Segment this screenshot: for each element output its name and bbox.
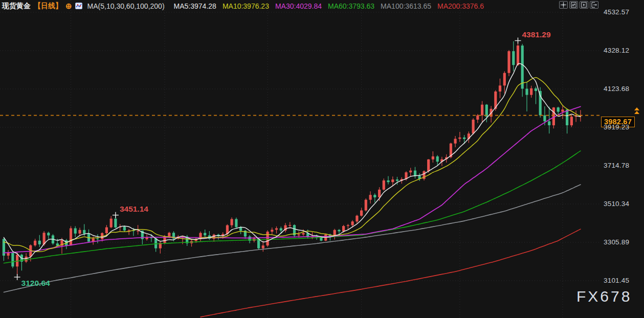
candle <box>396 179 398 181</box>
candle <box>96 239 99 239</box>
circle-plus-icon[interactable]: ⊕ <box>65 3 72 10</box>
candle <box>338 230 340 232</box>
candle <box>34 241 36 245</box>
axis-tick-label: 4532.57 <box>604 8 629 16</box>
exit-chart-icon[interactable] <box>590 1 598 9</box>
candle <box>427 160 430 171</box>
candle <box>530 88 532 95</box>
candle <box>566 109 568 125</box>
candle <box>351 221 354 225</box>
extreme-marker: 3120.64 <box>14 274 50 287</box>
candle <box>409 171 412 173</box>
symbol-title: 现货黄金 <box>2 2 31 11</box>
axis-tick-label: 3305.89 <box>604 238 629 246</box>
ma-value-label: MA200:3376.6 <box>437 2 484 10</box>
candle <box>78 230 81 234</box>
extreme-price-label: 3120.64 <box>21 279 50 287</box>
candle <box>463 138 465 139</box>
ma-settings-label[interactable]: MA(5,10,30,60,100,200) <box>87 2 165 10</box>
candle <box>517 46 519 65</box>
chart-toolbar <box>559 1 598 9</box>
candle <box>525 89 528 95</box>
grid-lines <box>0 0 599 318</box>
candle <box>288 225 291 225</box>
candle <box>512 51 515 65</box>
candle <box>25 257 28 262</box>
candle <box>110 219 113 228</box>
candle <box>535 88 537 91</box>
candle <box>458 138 461 139</box>
ma-value-label: MA10:3976.23 <box>223 2 269 10</box>
candle <box>280 229 282 231</box>
candle <box>271 230 273 232</box>
candle <box>387 180 389 182</box>
axis-tick-label: 4328.12 <box>604 47 629 54</box>
candle <box>521 46 524 88</box>
candle <box>454 139 457 144</box>
candle <box>360 211 363 216</box>
candle <box>137 231 139 231</box>
ma-value-label: MA30:4029.84 <box>275 2 322 10</box>
candle <box>378 190 381 197</box>
axis-tick-label: 3919.23 <box>604 123 629 131</box>
axis-tick-label: 3714.78 <box>604 162 629 169</box>
candle <box>561 109 564 111</box>
candle <box>47 233 50 235</box>
candle <box>105 228 108 233</box>
candle <box>436 156 439 162</box>
axis-tick-label: 4123.68 <box>604 85 629 93</box>
candle <box>485 105 488 117</box>
candle <box>298 235 300 236</box>
chart-header: 现货黄金 【日线】 ⊕ MA(5,10,30,60,100,200) MA5:3… <box>0 0 484 12</box>
extreme-marker: 4381.29 <box>515 30 551 44</box>
candle <box>168 233 170 236</box>
candle <box>275 229 278 230</box>
chart-canvas[interactable]: 4381.293451.143120.64 <box>0 0 599 318</box>
ma-value-label: MA60:3793.63 <box>328 2 374 10</box>
ma-line-ma30 <box>4 106 581 253</box>
candle <box>262 245 264 248</box>
price-axis[interactable]: 3982.67 4532.574328.124123.683919.233714… <box>599 0 644 318</box>
candle <box>347 225 349 226</box>
candlestick-series <box>3 41 582 278</box>
candle <box>11 253 14 267</box>
candle <box>507 51 510 73</box>
candle <box>235 219 237 228</box>
candle <box>570 117 573 125</box>
candle <box>114 219 117 228</box>
candle <box>548 121 550 125</box>
candle <box>432 156 434 160</box>
ma-line-ma10 <box>4 77 581 252</box>
candle <box>38 241 41 244</box>
chart-window: 4381.293451.143120.64 现货黄金 【日线】 ⊕ MA(5,1… <box>0 0 644 318</box>
ma-value-label: MA5:3974.28 <box>174 2 216 10</box>
extreme-price-label: 3451.14 <box>120 205 148 213</box>
candle <box>476 116 479 120</box>
candle <box>481 105 483 116</box>
axis-tick-label: 3510.34 <box>604 200 629 208</box>
candle <box>231 219 233 225</box>
candle <box>70 229 72 246</box>
candle <box>499 85 501 92</box>
candle <box>391 179 394 182</box>
extreme-price-label: 4381.29 <box>522 30 551 39</box>
crosshair-icon[interactable] <box>559 1 568 9</box>
chart-style-icon[interactable] <box>75 3 82 9</box>
chart-play-icon[interactable] <box>580 1 588 9</box>
candle <box>472 120 475 133</box>
candle <box>383 180 385 190</box>
candle <box>356 216 358 221</box>
candle <box>83 230 85 234</box>
candle <box>74 229 77 234</box>
axis-tick-label: 3101.45 <box>604 277 629 284</box>
period-label[interactable]: 【日线】 <box>34 2 62 11</box>
indicator-window-icon[interactable] <box>569 1 578 9</box>
candle <box>503 73 506 86</box>
candle <box>365 200 367 211</box>
candle <box>557 107 560 111</box>
ma-value-label: MA100:3613.65 <box>381 2 431 10</box>
candle <box>123 227 126 231</box>
candle <box>302 233 304 235</box>
candle <box>267 232 269 245</box>
ma-line-ma5 <box>4 63 581 259</box>
